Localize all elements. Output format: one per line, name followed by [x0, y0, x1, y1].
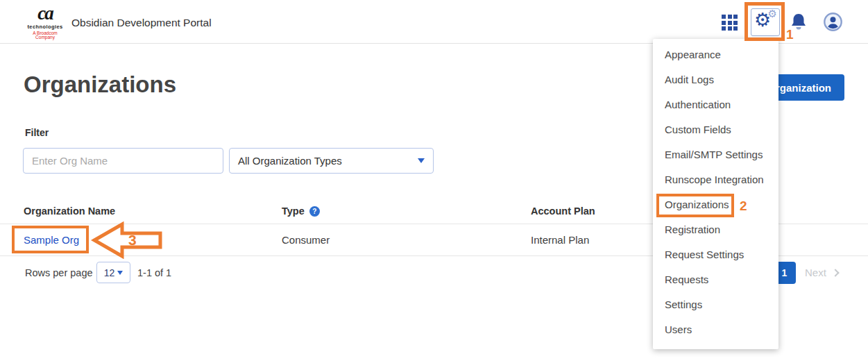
- menu-item-email-smtp-settings[interactable]: Email/SMTP Settings: [653, 142, 778, 167]
- logo-sub-text: technologies: [25, 24, 65, 30]
- menu-item-requests[interactable]: Requests: [653, 267, 778, 292]
- org-name-filter-input[interactable]: [23, 148, 223, 174]
- column-header-type: Type?: [282, 205, 320, 217]
- menu-item-users[interactable]: Users: [653, 317, 778, 342]
- column-header-type-label: Type: [282, 205, 305, 217]
- organization-link[interactable]: Sample Org: [24, 234, 79, 246]
- app-window: ca technologies A Broadcom Company Obsid…: [0, 0, 868, 361]
- chevron-right-icon: [831, 269, 839, 276]
- menu-item-runscope-integration[interactable]: Runscope Integration: [653, 167, 778, 192]
- type-help-icon[interactable]: ?: [309, 206, 320, 217]
- column-header-account-plan: Account Plan: [531, 205, 595, 217]
- menu-item-custom-fields[interactable]: Custom Fields: [653, 117, 778, 142]
- org-type-filter-value: All Organization Types: [238, 155, 342, 167]
- menu-item-organizations[interactable]: Organizations: [653, 192, 778, 217]
- logo-tagline: A Broadcom Company: [25, 31, 65, 40]
- portal-title: Obsidian Development Portal: [71, 17, 212, 29]
- annotation-number-3: 3: [128, 232, 137, 248]
- notifications-bell-icon[interactable]: [790, 12, 807, 34]
- column-header-organization-name: Organization Name: [24, 205, 115, 217]
- page-title: Organizations: [24, 72, 176, 98]
- filter-label: Filter: [25, 127, 49, 138]
- logo-brand-text: ca: [25, 4, 65, 23]
- chevron-down-icon: [418, 158, 425, 163]
- settings-dropdown-menu: Appearance Audit Logs Authentication Cus…: [653, 39, 778, 349]
- apps-grid-icon[interactable]: [722, 15, 738, 31]
- next-label: Next: [805, 267, 826, 278]
- table-row-account-plan-cell: Internal Plan: [531, 234, 589, 246]
- menu-item-request-settings[interactable]: Request Settings: [653, 242, 778, 267]
- settings-gear-button[interactable]: ⚙ ⚙: [751, 8, 780, 36]
- menu-item-authentication[interactable]: Authentication: [653, 92, 778, 117]
- user-avatar-icon[interactable]: [824, 12, 842, 34]
- table-row-type-cell: Consumer: [282, 234, 330, 246]
- next-page-button[interactable]: Next: [805, 267, 838, 278]
- top-navigation-bar: ca technologies A Broadcom Company Obsid…: [0, 0, 868, 44]
- menu-item-audit-logs[interactable]: Audit Logs: [653, 67, 778, 92]
- rows-per-page-select[interactable]: 12: [96, 262, 130, 283]
- chevron-down-icon: [117, 271, 123, 275]
- table-row-org-name-cell: Sample Org: [24, 234, 79, 246]
- small-gear-icon: ⚙: [768, 9, 777, 19]
- menu-item-appearance[interactable]: Appearance: [653, 42, 778, 67]
- org-type-filter-select[interactable]: All Organization Types: [229, 148, 434, 174]
- rows-per-page-label: Rows per page: [25, 267, 93, 278]
- rows-per-page-value: 12: [104, 267, 115, 278]
- pagination-range-text: 1-1 of 1: [137, 267, 171, 278]
- menu-item-registration[interactable]: Registration: [653, 217, 778, 242]
- ca-technologies-logo: ca technologies A Broadcom Company: [25, 4, 65, 40]
- menu-item-settings[interactable]: Settings: [653, 292, 778, 317]
